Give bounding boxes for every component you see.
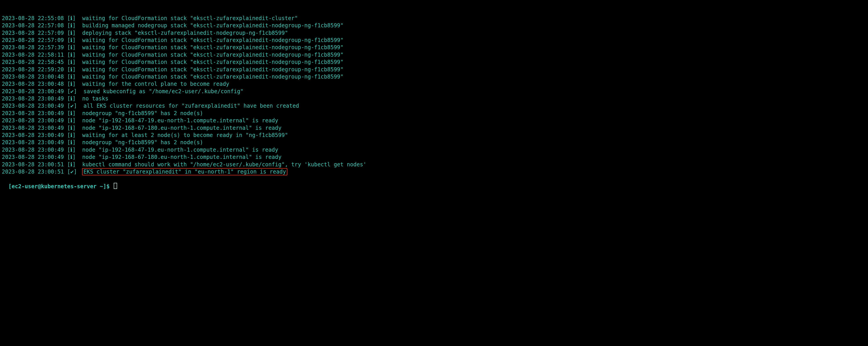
log-line: 2023-08-28 23:00:51 [ℹ] kubectl command … <box>2 161 866 168</box>
log-line: 2023-08-28 22:57:09 [ℹ] waiting for Clou… <box>2 37 866 44</box>
log-timestamp: 2023-08-28 23:00:49 <box>2 103 64 109</box>
log-timestamp: 2023-08-28 22:58:11 <box>2 52 64 58</box>
log-message: waiting for at least 2 node(s) to become… <box>82 132 288 138</box>
log-level: [✔] <box>67 88 77 95</box>
log-message: building managed nodegroup stack "eksctl… <box>82 22 344 29</box>
log-timestamp: 2023-08-28 23:00:51 <box>2 161 64 168</box>
log-message: kubectl command should work with "/home/… <box>82 161 366 168</box>
log-timestamp: 2023-08-28 23:00:48 <box>2 74 64 80</box>
log-timestamp: 2023-08-28 22:58:45 <box>2 59 64 65</box>
log-level: [ℹ] <box>67 66 76 73</box>
shell-prompt-line[interactable]: [ec2-user@kubernetes-server ~]$ <box>8 183 117 189</box>
log-timestamp: 2023-08-28 22:59:20 <box>2 66 64 73</box>
log-level: [ℹ] <box>67 96 76 102</box>
log-level: [ℹ] <box>67 74 76 80</box>
log-timestamp: 2023-08-28 23:00:51 <box>2 169 64 175</box>
log-line: 2023-08-28 22:57:09 [ℹ] deploying stack … <box>2 29 866 37</box>
log-level: [ℹ] <box>67 147 76 153</box>
log-line: 2023-08-28 23:00:49 [ℹ] nodegroup "ng-f1… <box>2 139 866 146</box>
shell-prompt: [ec2-user@kubernetes-server ~]$ <box>8 183 113 189</box>
log-timestamp: 2023-08-28 23:00:49 <box>2 132 64 138</box>
log-level: [ℹ] <box>67 37 76 43</box>
log-timestamp: 2023-08-28 23:00:49 <box>2 110 64 116</box>
log-message: saved kubeconfig as "/home/ec2-user/.kub… <box>84 88 243 95</box>
log-message: waiting for CloudFormation stack "eksctl… <box>82 59 344 65</box>
log-timestamp: 2023-08-28 23:00:49 <box>2 154 64 160</box>
log-timestamp: 2023-08-28 23:00:49 <box>2 117 64 124</box>
log-level: [ℹ] <box>67 125 76 131</box>
log-message: node "ip-192-168-67-180.eu-north-1.compu… <box>82 125 281 131</box>
log-message: node "ip-192-168-67-180.eu-north-1.compu… <box>82 154 281 160</box>
log-message: nodegroup "ng-f1cb8599" has 2 node(s) <box>82 110 203 116</box>
log-message: node "ip-192-168-47-19.eu-north-1.comput… <box>82 147 278 153</box>
log-timestamp: 2023-08-28 22:57:39 <box>2 44 64 50</box>
log-message: no tasks <box>82 96 108 102</box>
log-message: deploying stack "eksctl-zufarexplainedit… <box>82 30 288 36</box>
log-level: [ℹ] <box>67 110 76 116</box>
log-container: 2023-08-28 22:55:08 [ℹ] waiting for Clou… <box>2 15 866 176</box>
log-line: 2023-08-28 23:00:49 [ℹ] waiting for at l… <box>2 132 866 139</box>
log-message: node "ip-192-168-47-19.eu-north-1.comput… <box>82 117 278 124</box>
log-level: [ℹ] <box>67 44 76 50</box>
log-level: [ℹ] <box>67 22 76 29</box>
log-line: 2023-08-28 23:00:48 [ℹ] waiting for Clou… <box>2 73 866 80</box>
log-level: [ℹ] <box>67 52 76 58</box>
log-message: waiting for CloudFormation stack "eksctl… <box>82 15 298 22</box>
log-level: [✔] <box>67 103 77 109</box>
log-line: 2023-08-28 22:55:08 [ℹ] waiting for Clou… <box>2 15 866 22</box>
log-level: [✔] <box>67 169 77 175</box>
log-message: waiting for CloudFormation stack "eksctl… <box>82 52 344 58</box>
log-timestamp: 2023-08-28 23:00:49 <box>2 88 64 95</box>
log-level: [ℹ] <box>67 132 76 138</box>
log-level: [ℹ] <box>67 15 76 22</box>
log-level: [ℹ] <box>67 81 76 87</box>
terminal-output: 2023-08-28 22:55:08 [ℹ] waiting for Clou… <box>0 0 868 192</box>
log-line: 2023-08-28 23:00:51 [✔] EKS cluster "zuf… <box>2 168 866 175</box>
log-message: waiting for CloudFormation stack "eksctl… <box>82 74 344 80</box>
log-timestamp: 2023-08-28 23:00:49 <box>2 125 64 131</box>
log-line: 2023-08-28 22:58:45 [ℹ] waiting for Clou… <box>2 59 866 66</box>
log-timestamp: 2023-08-28 22:55:08 <box>2 15 64 22</box>
log-line: 2023-08-28 23:00:49 [ℹ] node "ip-192-168… <box>2 146 866 153</box>
cursor-icon <box>114 183 117 189</box>
log-level: [ℹ] <box>67 139 76 146</box>
log-line: 2023-08-28 22:59:20 [ℹ] waiting for Clou… <box>2 66 866 73</box>
log-level: [ℹ] <box>67 154 76 160</box>
log-level: [ℹ] <box>67 59 76 65</box>
log-timestamp: 2023-08-28 23:00:49 <box>2 139 64 146</box>
log-line: 2023-08-28 23:00:49 [✔] saved kubeconfig… <box>2 88 866 95</box>
log-timestamp: 2023-08-28 23:00:48 <box>2 81 64 87</box>
log-message: waiting for the control plane to become … <box>82 81 229 87</box>
log-message-highlighted: EKS cluster "zufarexplainedit" in "eu-no… <box>82 168 287 175</box>
log-timestamp: 2023-08-28 22:57:09 <box>2 37 64 43</box>
log-timestamp: 2023-08-28 23:00:49 <box>2 96 64 102</box>
log-line: 2023-08-28 22:57:08 [ℹ] building managed… <box>2 22 866 29</box>
log-line: 2023-08-28 22:57:39 [ℹ] waiting for Clou… <box>2 44 866 51</box>
log-timestamp: 2023-08-28 22:57:09 <box>2 30 64 36</box>
log-line: 2023-08-28 23:00:49 [ℹ] node "ip-192-168… <box>2 124 866 132</box>
log-line: 2023-08-28 23:00:49 [✔] all EKS cluster … <box>2 102 866 109</box>
log-line: 2023-08-28 22:58:11 [ℹ] waiting for Clou… <box>2 51 866 59</box>
log-level: [ℹ] <box>67 161 76 168</box>
log-line: 2023-08-28 23:00:49 [ℹ] node "ip-192-168… <box>2 117 866 124</box>
log-line: 2023-08-28 23:00:49 [ℹ] no tasks <box>2 95 866 102</box>
log-message: nodegroup "ng-f1cb8599" has 2 node(s) <box>82 139 203 146</box>
log-line: 2023-08-28 23:00:48 [ℹ] waiting for the … <box>2 80 866 88</box>
log-level: [ℹ] <box>67 30 76 36</box>
log-message: waiting for CloudFormation stack "eksctl… <box>82 66 344 73</box>
log-message: waiting for CloudFormation stack "eksctl… <box>82 37 344 43</box>
log-timestamp: 2023-08-28 22:57:08 <box>2 22 64 29</box>
log-line: 2023-08-28 23:00:49 [ℹ] node "ip-192-168… <box>2 153 866 161</box>
log-line: 2023-08-28 23:00:49 [ℹ] nodegroup "ng-f1… <box>2 110 866 117</box>
log-message: all EKS cluster resources for "zufarexpl… <box>84 103 299 109</box>
log-message: waiting for CloudFormation stack "eksctl… <box>82 44 344 50</box>
log-level: [ℹ] <box>67 117 76 124</box>
log-timestamp: 2023-08-28 23:00:49 <box>2 147 64 153</box>
